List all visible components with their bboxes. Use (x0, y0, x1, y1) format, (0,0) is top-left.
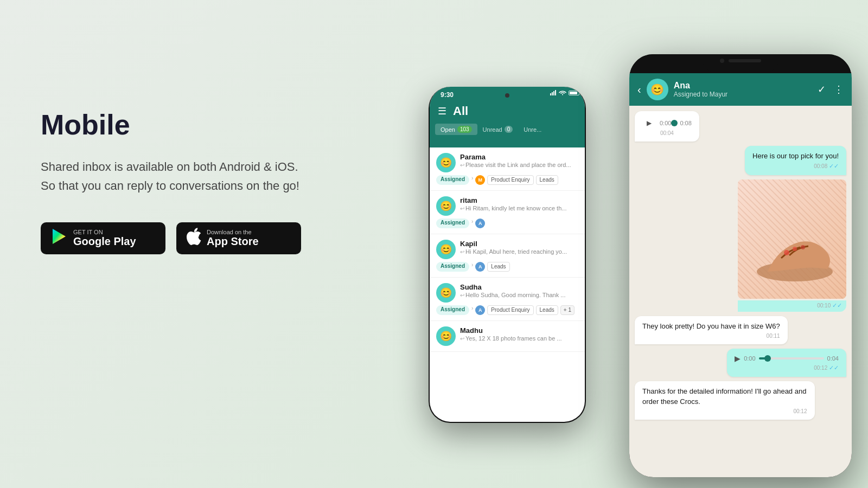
avatar: 😊 (436, 153, 456, 172)
audio-time-end: 0:08 (680, 120, 691, 126)
list-item[interactable]: 😊 Parama ↩Please visit the Link and plac… (430, 147, 585, 191)
svg-point-5 (562, 94, 563, 95)
svg-rect-2 (552, 92, 553, 95)
conv-message: ↩Hello Sudha, Good morning. Thank ... (460, 292, 578, 298)
message-text: Here is our top pick for you! (752, 151, 839, 161)
contact-name: Ana (674, 81, 812, 91)
chat-bubble: ▶ 0:00 0:08 00:04 (635, 111, 699, 142)
conv-name: Madhu (460, 326, 578, 335)
chat-timestamp: 00:08 ✓✓ (752, 163, 839, 170)
phone1-tabs: Open 103 Unread 0 Unre... (430, 124, 585, 135)
checkmark-icon[interactable]: ✓ (818, 84, 826, 95)
conv-message: ↩Please visit the Link and place the ord… (460, 162, 578, 168)
google-play-bottom: Google Play (73, 235, 136, 248)
contact-sub: Assigned to Mayur (674, 91, 812, 98)
conversation-list: 😊 Parama ↩Please visit the Link and plac… (430, 147, 585, 352)
conv-name: ritam (460, 196, 578, 204)
svg-marker-0 (53, 229, 66, 244)
app-store-top: Download on the (207, 229, 259, 235)
play-button[interactable]: ▶ (642, 117, 655, 130)
left-panel: Mobile Shared inbox is available on both… (41, 108, 312, 254)
list-item[interactable]: 😊 Kapil ↩Hi Kapil, Abul here, tried reac… (430, 234, 585, 278)
tab-open[interactable]: Open 103 (435, 124, 477, 135)
page-heading: Mobile (41, 108, 312, 141)
tab-unre[interactable]: Unre... (518, 124, 547, 135)
avatar: 😊 (436, 326, 456, 346)
chat-bubble: 00:10 ✓✓ (738, 179, 846, 312)
chat-timestamp: 00:12 (642, 408, 807, 414)
list-item[interactable]: 😊 ritam ↩Hi Ritam, kindly let me know on… (430, 191, 585, 234)
tag-assigned: Assigned (436, 305, 469, 315)
chat-area: ▶ 0:00 0:08 00:04 Here is our top pick f… (629, 106, 852, 472)
chat-timestamp: 00:04 (642, 130, 692, 136)
conv-name: Sudha (460, 283, 578, 291)
apple-icon (186, 228, 201, 249)
avatar: 😊 (436, 240, 456, 259)
chat-timestamp: 00:11 (642, 333, 780, 339)
audio-player: ▶ 0:00 0:04 (735, 354, 839, 363)
svg-point-8 (793, 247, 797, 251)
app-store-button[interactable]: Download on the App Store (176, 222, 301, 254)
tag-agent: A (475, 262, 485, 272)
phone1-camera (505, 93, 509, 98)
unread-badge: 0 (505, 126, 513, 133)
tag-leads: Leads (487, 262, 509, 272)
phone1-screen: 9:30 ☰ All (430, 87, 585, 422)
phone2-actions: ✓ ⋮ (818, 84, 844, 95)
avatar: 😊 (436, 196, 456, 216)
message-text: They look pretty! Do you have it in size… (642, 322, 780, 331)
chat-bubble: Here is our top pick for you! 00:08 ✓✓ (745, 146, 846, 175)
tab-unread[interactable]: Unread 0 (477, 124, 519, 135)
phone-inbox: 9:30 ☰ All (429, 87, 586, 423)
phone2-screen: ‹ 😊 Ana Assigned to Mayur ✓ ⋮ ▶ 0:00 (629, 73, 852, 477)
phone2-notch-bar (629, 54, 852, 73)
avatar: 😊 (436, 283, 456, 303)
google-play-top: GET IT ON (73, 229, 136, 235)
chat-bubble: Thanks for the detailed information! I'l… (635, 381, 815, 419)
google-play-icon (50, 228, 68, 249)
list-item[interactable]: 😊 Madhu ↩Yes, 12 X 18 photo frames can b… (430, 321, 585, 352)
open-badge: 103 (457, 126, 472, 133)
audio-player: ▶ 0:00 0:08 (642, 117, 692, 130)
store-buttons: GET IT ON Google Play Download on the Ap… (41, 222, 312, 254)
phone1-title-row: ☰ All (430, 99, 585, 124)
tag-agent: A (475, 305, 485, 315)
audio-time-end: 0:04 (827, 355, 839, 362)
audio-bar (759, 357, 824, 359)
google-play-button[interactable]: GET IT ON Google Play (41, 222, 165, 254)
chat-bubble: ▶ 0:00 0:04 00:12 ✓✓ (727, 349, 846, 377)
chat-bubble: They look pretty! Do you have it in size… (635, 316, 788, 344)
google-play-text: GET IT ON Google Play (73, 229, 136, 248)
tag-leads: Leads (536, 305, 558, 315)
conv-name: Parama (460, 153, 578, 161)
page-description: Shared inbox is available on both Androi… (41, 157, 312, 195)
back-icon[interactable]: ‹ (637, 84, 641, 96)
phone1-title: All (453, 104, 468, 118)
tag-leads: Leads (536, 175, 558, 185)
svg-rect-3 (553, 91, 554, 95)
phone1-time: 9:30 (441, 91, 454, 99)
phone2-avatar: 😊 (647, 79, 668, 100)
phone2-notch (703, 56, 778, 72)
phones-container: 9:30 ☰ All (407, 22, 868, 488)
product-image (738, 179, 846, 299)
list-item[interactable]: 😊 Sudha ↩Hello Sudha, Good morning. Than… (430, 278, 585, 321)
tag-product-enquiry: Product Enquiry (487, 305, 533, 315)
tag-more: + 1 (560, 305, 575, 315)
tag-assigned: Assigned (436, 175, 469, 185)
chat-timestamp: 00:10 ✓✓ (738, 300, 846, 312)
tag-assigned: Assigned (436, 262, 469, 272)
tag-product-enquiry: Product Enquiry (487, 175, 533, 185)
chat-timestamp: 00:12 ✓✓ (735, 364, 839, 371)
audio-time-start: 0:00 (660, 120, 671, 126)
app-store-text: Download on the App Store (207, 229, 259, 248)
tag-agent: A (475, 219, 485, 228)
message-text: Thanks for the detailed information! I'l… (642, 387, 807, 406)
svg-rect-1 (550, 93, 551, 95)
svg-point-9 (801, 245, 805, 249)
conv-message: ↩Hi Kapil, Abul here, tried reaching yo.… (460, 248, 578, 255)
conv-message: ↩Hi Ritam, kindly let me know once th... (460, 205, 578, 211)
play-button[interactable]: ▶ (735, 354, 741, 363)
audio-progress (759, 357, 769, 359)
more-options-icon[interactable]: ⋮ (834, 84, 844, 95)
